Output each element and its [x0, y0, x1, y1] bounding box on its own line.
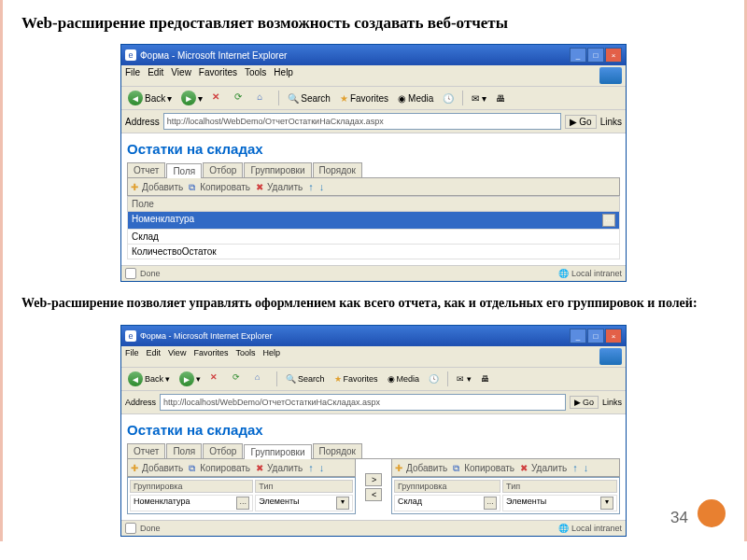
mail-button[interactable]: ✉ ▾ [469, 92, 489, 105]
links-label[interactable]: Links [600, 117, 622, 127]
decorative-circle [698, 499, 726, 527]
table-row[interactable]: КоличествоОстаток [128, 245, 620, 259]
table-row[interactable]: Номенклатура… [128, 212, 620, 230]
menu-tools[interactable]: Tools [245, 67, 266, 84]
page-title: Остатки на складах [127, 141, 620, 157]
back-button[interactable]: ◄Back ▾ [125, 371, 173, 387]
back-button[interactable]: ◄Back ▾ [125, 90, 175, 106]
maximize-button[interactable]: □ [587, 48, 604, 63]
table-row[interactable]: Номенклатура…Элементы▾ [130, 495, 353, 511]
refresh-button[interactable]: ⟳ [230, 371, 248, 386]
dropdown-icon[interactable]: ▾ [336, 497, 349, 510]
menu-favorites[interactable]: Favorites [199, 67, 237, 84]
addressbar: Address http://localhost/WebDemo/ОтчетОс… [121, 110, 626, 133]
favorites-button[interactable]: ★Favorites [331, 373, 381, 385]
history-button[interactable]: 🕓 [440, 92, 457, 105]
tab-fields[interactable]: Поля [166, 163, 202, 178]
stop-button[interactable]: ✕ [207, 371, 226, 386]
forward-button[interactable]: ► ▾ [178, 90, 205, 106]
add-button[interactable]: ✚Добавить [395, 463, 447, 473]
security-zone: 🌐Local intranet [558, 269, 622, 278]
ie-icon: e [125, 330, 136, 342]
tab-filter[interactable]: Отбор [203, 443, 243, 458]
table-row[interactable]: Склад [128, 230, 620, 245]
dropdown-icon[interactable]: … [236, 497, 249, 510]
delete-button[interactable]: ✖Удалить [520, 463, 567, 473]
print-button[interactable]: 🖶 [478, 373, 492, 385]
tab-order[interactable]: Порядок [313, 162, 362, 177]
stop-button[interactable]: ✕ [209, 91, 228, 105]
table-row[interactable]: Склад…Элементы▾ [394, 495, 617, 511]
move-up-button[interactable]: ↑ [308, 462, 314, 473]
move-up-button[interactable]: ↑ [572, 462, 578, 473]
dropdown-icon[interactable]: … [484, 497, 497, 510]
ie-icon: e [125, 49, 136, 61]
col-header: Поле [128, 197, 620, 212]
move-right-button[interactable]: > [365, 473, 382, 486]
right-grouping-panel: ✚Добавить ⧉Копировать ✖Удалить ↑ ↓ Групп… [391, 459, 620, 514]
add-button[interactable]: ✚Добавить [131, 463, 183, 473]
move-up-button[interactable]: ↑ [308, 181, 314, 192]
tab-filter[interactable]: Отбор [203, 162, 243, 177]
minimize-button[interactable]: _ [570, 329, 586, 343]
menu-favorites[interactable]: Favorites [193, 348, 228, 365]
menu-file[interactable]: File [125, 67, 140, 84]
tab-order[interactable]: Порядок [313, 443, 362, 458]
copy-button[interactable]: ⧉Копировать [189, 182, 250, 192]
address-input[interactable]: http://localhost/WebDemo/ОтчетОстаткиНаС… [160, 394, 566, 411]
menu-view[interactable]: View [168, 348, 186, 365]
copy-button[interactable]: ⧉Копировать [189, 463, 250, 473]
refresh-button[interactable]: ⟳ [232, 91, 250, 105]
move-left-button[interactable]: < [365, 488, 382, 501]
tab-fields[interactable]: Поля [166, 443, 202, 458]
dropdown-icon[interactable]: … [602, 214, 615, 227]
media-button[interactable]: ◉Media [395, 92, 436, 105]
media-button[interactable]: ◉Media [385, 373, 423, 385]
menu-tools[interactable]: Tools [235, 348, 255, 365]
delete-button[interactable]: ✖Удалить [256, 182, 303, 192]
address-label: Address [125, 117, 160, 127]
tab-report[interactable]: Отчет [127, 162, 165, 177]
tab-groupings[interactable]: Группировки [244, 444, 311, 459]
tab-groupings[interactable]: Группировки [244, 162, 311, 177]
page-title: Остатки на складах [127, 422, 620, 438]
status-text: Done [140, 269, 161, 278]
add-button[interactable]: ✚Добавить [131, 182, 183, 192]
menu-edit[interactable]: Edit [148, 67, 163, 84]
dropdown-icon[interactable]: ▾ [600, 497, 613, 510]
mail-button[interactable]: ✉ ▾ [454, 373, 474, 385]
menu-edit[interactable]: Edit [147, 348, 162, 365]
close-button[interactable]: × [605, 48, 622, 63]
statusbar: Done 🌐Local intranet [121, 520, 626, 536]
go-button[interactable]: ▶Go [565, 115, 596, 129]
tab-report[interactable]: Отчет [127, 443, 165, 458]
links-label[interactable]: Links [602, 398, 622, 407]
delete-button[interactable]: ✖Удалить [256, 463, 303, 473]
address-input[interactable]: http://localhost/WebDemo/ОтчетОстаткиНаС… [163, 113, 562, 130]
menu-help[interactable]: Help [274, 67, 293, 84]
menu-help[interactable]: Help [262, 348, 280, 365]
copy-button[interactable]: ⧉Копировать [453, 463, 514, 473]
move-down-button[interactable]: ↓ [319, 462, 325, 473]
home-button[interactable]: ⌂ [254, 91, 273, 105]
titlebar: e Форма - Microsoft Internet Explorer _ … [121, 45, 626, 65]
go-button[interactable]: ▶Go [570, 396, 599, 409]
menu-file[interactable]: File [125, 348, 139, 365]
search-button[interactable]: 🔍Search [285, 92, 333, 105]
move-down-button[interactable]: ↓ [319, 181, 325, 192]
history-button[interactable]: 🕓 [426, 373, 442, 385]
menu-view[interactable]: View [171, 67, 191, 84]
search-button[interactable]: 🔍Search [283, 373, 328, 385]
favorites-button[interactable]: ★Favorites [337, 92, 391, 105]
done-icon [125, 268, 136, 279]
minimize-button[interactable]: _ [570, 48, 586, 63]
maximize-button[interactable]: □ [587, 329, 604, 343]
home-button[interactable]: ⌂ [252, 371, 271, 386]
page-number: 34 [670, 509, 688, 527]
forward-button[interactable]: ► ▾ [176, 371, 204, 387]
ie-window-2: e Форма - Microsoft Internet Explorer _ … [120, 325, 627, 537]
slide-heading-1: Web-расширение предоставляет возможность… [21, 14, 726, 33]
move-down-button[interactable]: ↓ [584, 462, 589, 473]
print-button[interactable]: 🖶 [493, 92, 508, 105]
close-button[interactable]: × [605, 329, 622, 343]
